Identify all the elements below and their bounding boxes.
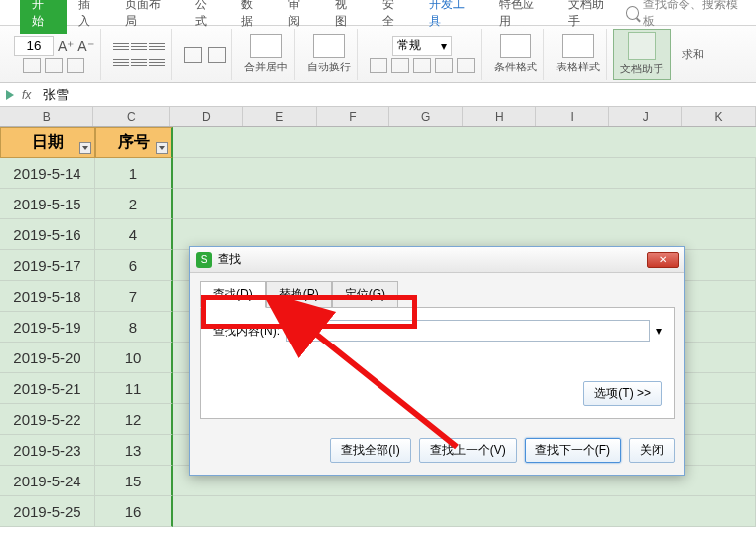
col-header[interactable]: G [389,107,463,126]
cell-date[interactable]: 2019-5-23 [0,435,95,466]
empty-cell[interactable] [173,158,756,189]
col-header[interactable]: C [93,107,170,126]
empty-cell[interactable] [173,496,756,527]
find-dialog: S 查找 ✕ 查找(D) 替换(P) 定位(G) 查找内容(N): ▾ 选项(T… [189,246,685,476]
font-size-input[interactable] [14,36,54,56]
col-header[interactable]: J [609,107,682,126]
increase-indent-icon[interactable] [208,47,226,63]
find-content-input[interactable] [286,320,650,342]
fx-label[interactable]: fx [22,88,31,102]
cell-date[interactable]: 2019-5-20 [0,343,95,373]
col-header[interactable]: H [463,107,536,126]
cell-index[interactable]: 16 [95,496,173,527]
cond-format-icon [500,34,531,58]
filter-icon[interactable] [156,142,168,154]
table-row[interactable]: 2019-5-141 [0,158,756,189]
wrap-icon [313,34,345,58]
font-color-icon[interactable] [45,58,63,73]
cell-index[interactable]: 12 [95,404,173,435]
accept-icon[interactable] [6,90,14,100]
app-logo-icon: S [196,252,212,268]
dialog-tabs: 查找(D) 替换(P) 定位(G) [190,273,684,308]
decrease-indent-icon[interactable] [184,47,202,63]
indent-group [178,29,232,80]
tab-goto[interactable]: 定位(G) [332,281,398,308]
col-header[interactable]: B [0,107,93,126]
comma-icon[interactable] [413,58,431,73]
filter-icon[interactable] [79,142,91,154]
decrease-font-icon[interactable]: A⁻ [77,38,93,54]
cell-date[interactable]: 2019-5-17 [0,250,95,281]
cell-index[interactable]: 8 [95,312,173,343]
table-row[interactable]: 2019-5-152 [0,189,756,219]
align-icons[interactable] [113,40,165,69]
cell-index[interactable]: 13 [95,435,173,466]
find-content-label: 查找内容(N): [213,323,280,340]
empty-cell[interactable] [173,189,756,219]
cell-index[interactable]: 6 [95,250,173,281]
cell-date[interactable]: 2019-5-14 [0,158,95,189]
cell-index[interactable]: 2 [95,189,173,219]
tab-find[interactable]: 查找(D) [200,281,266,308]
cell-date[interactable]: 2019-5-25 [0,496,95,527]
sum-button[interactable]: 求和 [677,29,710,80]
table-row[interactable]: 2019-5-2516 [0,496,756,527]
col-header[interactable]: K [682,107,756,126]
cell-index[interactable]: 11 [95,373,173,404]
dec-decimal-icon[interactable] [457,58,475,73]
empty-cells[interactable] [173,127,756,158]
ribbon: A⁺ A⁻ 合并居中 自动换行 常规▾ [0,26,756,83]
align-group [107,29,172,80]
number-format-group: 常规▾ [364,29,482,80]
dialog-titlebar[interactable]: S 查找 ✕ [190,247,684,273]
col-header[interactable]: E [243,107,317,126]
formula-bar: fx [0,83,756,107]
cell-index[interactable]: 15 [95,466,173,496]
wrap-button[interactable]: 自动换行 [301,29,358,80]
menu-tabs: 开始 插入 页面布局 公式 数据 审阅 视图 安全 开发工具 特色应用 文档助手… [0,0,756,26]
formula-input[interactable] [39,85,750,105]
cell-date[interactable]: 2019-5-18 [0,281,95,312]
cell-date[interactable]: 2019-5-16 [0,219,95,250]
cond-format-button[interactable]: 条件格式 [488,29,544,80]
col-header[interactable]: I [536,107,610,126]
command-search[interactable]: 查找命令、搜索模板 [626,0,756,30]
cell-date[interactable]: 2019-5-21 [0,373,95,404]
cell-index[interactable]: 4 [95,219,173,250]
header-index[interactable]: 序号 [95,127,173,158]
dropdown-icon[interactable]: ▾ [656,324,662,338]
fill-color-icon[interactable] [67,58,84,73]
table-header-row: 日期 序号 [0,127,756,158]
col-header[interactable]: D [170,107,243,126]
cell-index[interactable]: 1 [95,158,173,189]
number-format-dropdown[interactable]: 常规▾ [392,36,452,56]
close-button[interactable]: 关闭 [629,438,675,463]
table-style-button[interactable]: 表格样式 [550,29,607,80]
find-next-button[interactable]: 查找下一个(F) [525,438,621,463]
inc-decimal-icon[interactable] [435,58,453,73]
cell-index[interactable]: 10 [95,343,173,373]
dialog-body: 查找内容(N): ▾ 选项(T) >> [200,307,675,419]
cell-date[interactable]: 2019-5-22 [0,404,95,435]
increase-font-icon[interactable]: A⁺ [58,38,74,54]
tab-replace[interactable]: 替换(P) [266,281,332,308]
search-placeholder: 查找命令、搜索模板 [643,0,746,30]
cell-date[interactable]: 2019-5-19 [0,312,95,343]
col-header[interactable]: F [317,107,390,126]
close-icon[interactable]: ✕ [647,252,679,268]
column-headers: B C D E F G H I J K [0,107,756,127]
dialog-buttons: 查找全部(I) 查找上一个(V) 查找下一个(F) 关闭 [190,430,684,475]
cell-index[interactable]: 7 [95,281,173,312]
font-style-icon[interactable] [23,58,41,73]
cell-date[interactable]: 2019-5-15 [0,189,95,219]
header-date[interactable]: 日期 [0,127,95,158]
options-button[interactable]: 选项(T) >> [583,381,662,406]
doc-helper-button[interactable]: 文档助手 [613,29,671,80]
merge-button[interactable]: 合并居中 [238,29,295,80]
cell-date[interactable]: 2019-5-24 [0,466,95,496]
percent-icon[interactable] [391,58,409,73]
currency-icon[interactable] [370,58,387,73]
find-all-button[interactable]: 查找全部(I) [330,438,410,463]
find-prev-button[interactable]: 查找上一个(V) [419,438,517,463]
search-icon [626,6,640,20]
